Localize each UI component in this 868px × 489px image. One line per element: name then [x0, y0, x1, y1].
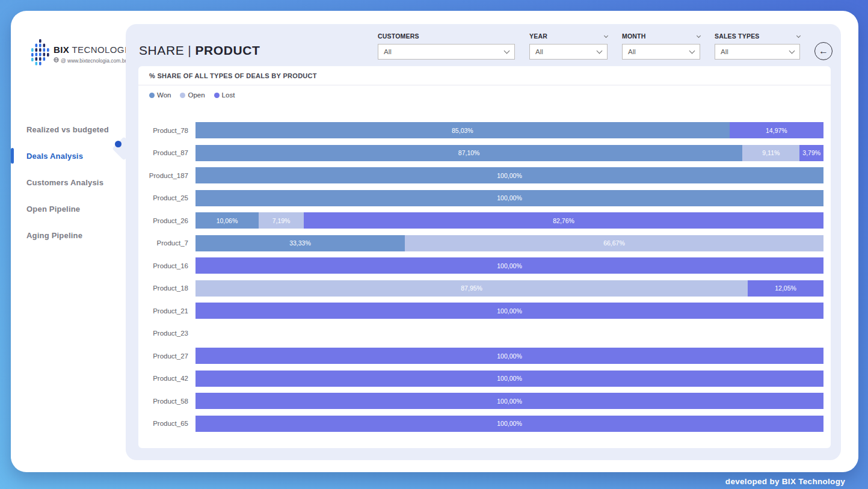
bar-segment-lost[interactable]: 12,05% — [748, 280, 823, 297]
bar-row-product-25: Product_25100,00% — [138, 187, 823, 210]
sidebar-item-deals-analysis[interactable]: Deals Analysis — [11, 143, 126, 169]
chevron-down-icon — [504, 48, 510, 54]
bar-row-label: Product_16 — [138, 262, 195, 269]
bar-track: 10,06%7,19%82,76% — [195, 212, 823, 229]
slicer-dropdown[interactable]: All — [378, 44, 515, 60]
bar-segment-lost[interactable]: 100,00% — [195, 371, 823, 387]
page-background: BIX TECNOLOGIA @ www.bixtecnologia.com.b… — [0, 0, 868, 489]
slicer-customers: CUSTOMERSAll — [378, 32, 515, 60]
slicer-value: All — [721, 48, 728, 55]
dashboard-card: BIX TECNOLOGIA @ www.bixtecnologia.com.b… — [11, 11, 858, 472]
bar-row-product-42: Product_42100,00% — [138, 368, 823, 390]
bar-row-label: Product_25 — [138, 194, 195, 201]
bar-row-label: Product_42 — [138, 375, 195, 382]
bar-row-label: Product_187 — [138, 172, 195, 179]
bar-segment-won[interactable]: 100,00% — [195, 167, 823, 183]
legend-item-won[interactable]: Won — [149, 91, 171, 99]
bar-row-product-187: Product_187100,00% — [138, 164, 823, 187]
filter-bar: CUSTOMERSAllYEARAllMONTHAllSALES TYPESAl… — [378, 32, 800, 60]
segment-value-label: 9,11% — [762, 149, 780, 156]
chevron-down-icon — [789, 48, 795, 54]
bar-segment-won[interactable]: 10,06% — [195, 212, 259, 229]
segment-value-label: 14,97% — [766, 127, 787, 134]
slicer-value: All — [384, 48, 392, 55]
segment-value-label: 100,00% — [497, 398, 522, 405]
bar-segment-lost[interactable]: 82,76% — [304, 212, 823, 229]
segment-value-label: 100,00% — [497, 307, 522, 315]
chevron-down-icon[interactable] — [796, 33, 801, 37]
sidebar: BIX TECNOLOGIA @ www.bixtecnologia.com.b… — [11, 11, 126, 472]
bar-row-label: Product_18 — [138, 284, 195, 292]
bar-segment-won[interactable]: 87,10% — [195, 145, 742, 161]
slicer-dropdown[interactable]: All — [622, 44, 700, 60]
sidebar-item-realized-vs-budgeted[interactable]: Realized vs budgeted — [11, 116, 126, 143]
bar-row-label: Product_58 — [138, 398, 195, 405]
legend-label: Won — [157, 91, 171, 99]
bar-row-label: Product_87 — [138, 149, 195, 156]
bar-segment-open[interactable]: 66,67% — [405, 235, 823, 251]
segment-value-label: 100,00% — [497, 262, 522, 269]
bar-segment-lost[interactable]: 3,79% — [799, 145, 823, 161]
main-panel: SHARE|PRODUCT CUSTOMERSAllYEARAllMONTHAl… — [126, 24, 841, 460]
bar-track: 100,00% — [195, 257, 823, 274]
bar-rows: Product_7885,03%14,97%Product_8787,10%9,… — [138, 119, 823, 435]
bar-track: 100,00% — [195, 371, 823, 387]
bar-segment-lost[interactable]: 100,00% — [195, 348, 823, 364]
active-indicator-bar — [11, 148, 14, 164]
segment-value-label: 85,03% — [452, 127, 473, 134]
sidebar-item-label: Open Pipeline — [26, 205, 80, 214]
bar-track: 87,95%12,05% — [195, 280, 823, 297]
segment-value-label: 10,06% — [217, 217, 238, 224]
bar-row-product-18: Product_1887,95%12,05% — [138, 277, 823, 300]
sidebar-item-open-pipeline[interactable]: Open Pipeline — [11, 195, 126, 222]
bar-segment-won[interactable]: 100,00% — [195, 190, 823, 206]
bar-row-label: Product_78 — [138, 127, 195, 134]
legend-swatch — [180, 93, 185, 98]
bar-row-label: Product_21 — [138, 307, 195, 315]
bar-row-label: Product_7 — [138, 239, 195, 247]
slicer-dropdown[interactable]: All — [715, 44, 800, 60]
bar-track: 100,00% — [195, 416, 823, 432]
sidebar-menu: Realized vs budgetedDeals AnalysisCustom… — [11, 116, 126, 248]
slicer-value: All — [628, 48, 636, 55]
bar-segment-won[interactable]: 33,33% — [195, 235, 405, 251]
bar-segment-lost[interactable]: 100,00% — [195, 303, 823, 319]
chevron-down-icon[interactable] — [604, 33, 608, 37]
sidebar-item-label: Realized vs budgeted — [26, 125, 109, 134]
bar-row-product-21: Product_21100,00% — [138, 300, 823, 322]
bar-segment-lost[interactable]: 100,00% — [195, 416, 823, 432]
slicer-dropdown[interactable]: All — [529, 44, 608, 60]
bar-row-product-26: Product_2610,06%7,19%82,76% — [138, 209, 823, 232]
bar-row-product-16: Product_16100,00% — [138, 254, 823, 277]
segment-value-label: 3,79% — [802, 149, 820, 156]
bar-track: 87,10%9,11%3,79% — [195, 145, 823, 161]
bar-segment-won[interactable]: 85,03% — [195, 122, 730, 138]
bar-row-product-58: Product_58100,00% — [138, 390, 823, 413]
segment-value-label: 12,05% — [775, 284, 796, 292]
slicer-month: MONTHAll — [622, 32, 700, 60]
legend-label: Lost — [222, 91, 235, 99]
back-button[interactable]: ← — [814, 42, 833, 60]
bar-segment-open[interactable]: 9,11% — [742, 145, 799, 161]
slicer-label: YEAR — [529, 32, 608, 40]
bar-segment-lost[interactable]: 14,97% — [730, 122, 823, 138]
sidebar-item-customers-analysis[interactable]: Customers Analysis — [11, 169, 126, 195]
bar-segment-open[interactable]: 87,95% — [195, 280, 748, 297]
bar-segment-open[interactable]: 7,19% — [259, 212, 304, 229]
bar-segment-lost[interactable]: 100,00% — [195, 393, 823, 409]
legend-item-lost[interactable]: Lost — [214, 91, 235, 99]
chart-title: % SHARE OF ALL TYPES OF DEALS BY PRODUCT — [138, 66, 831, 85]
legend-item-open[interactable]: Open — [180, 91, 205, 99]
header: SHARE|PRODUCT CUSTOMERSAllYEARAllMONTHAl… — [126, 24, 841, 66]
sidebar-item-aging-pipeline[interactable]: Aging Pipeline — [11, 222, 126, 248]
segment-value-label: 66,67% — [603, 239, 625, 247]
chevron-down-icon[interactable] — [697, 33, 701, 37]
page-title: SHARE|PRODUCT — [139, 43, 260, 58]
bar-segment-lost[interactable]: 100,00% — [195, 257, 823, 274]
legend-swatch — [149, 93, 155, 98]
segment-value-label: 100,00% — [497, 420, 522, 427]
bar-row-label: Product_65 — [138, 420, 195, 427]
segment-value-label: 82,76% — [553, 217, 574, 224]
footer-credit: developed by BIX Technology — [725, 477, 845, 486]
brand-logo: BIX TECNOLOGIA @ www.bixtecnologia.com.b… — [31, 37, 134, 71]
